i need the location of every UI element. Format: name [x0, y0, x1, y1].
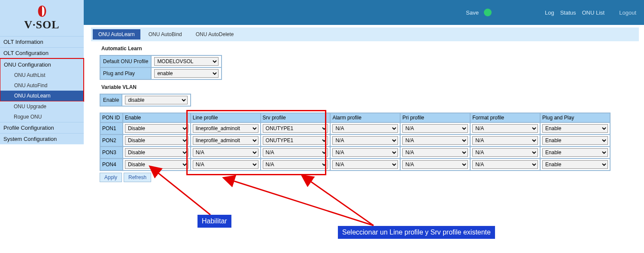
grid-h-enable: Enable	[123, 113, 191, 122]
grid-h-lineprofile: Line profile	[191, 113, 261, 122]
grid-h-ponid: PON ID	[100, 113, 123, 122]
annotation-label-habilitar: Habilitar	[197, 215, 231, 228]
plugplay-select-pon4[interactable]: Enable	[542, 160, 608, 169]
automatic-learn-title: Automatic Learn	[101, 46, 639, 52]
alarmprofile-select-pon1[interactable]: N/A	[332, 124, 398, 133]
logo-icon	[36, 5, 49, 18]
pon-id-cell: PON1	[100, 122, 123, 134]
grid-h-priprofile: Pri profile	[400, 113, 470, 122]
pon-grid: PON ID Enable Line profile Srv profile A…	[100, 113, 611, 171]
onu-list-link[interactable]: ONU List	[582, 9, 605, 16]
enable-select-pon2[interactable]: Disable	[125, 136, 188, 145]
formatprofile-select-pon2[interactable]: N/A	[472, 136, 538, 145]
pon-id-cell: PON4	[100, 159, 123, 171]
plug-and-play-select[interactable]: enable	[154, 69, 219, 78]
vv-enable-label: Enable	[100, 94, 122, 106]
refresh-button[interactable]: Refresh	[124, 173, 151, 182]
table-row: PON2 Disable lineprofile_adminolt ONUTYP…	[100, 134, 610, 146]
srvprofile-select-pon1[interactable]: ONUTYPE1	[263, 124, 328, 133]
lineprofile-select-pon1[interactable]: lineprofile_adminolt	[193, 124, 258, 133]
formatprofile-select-pon3[interactable]: N/A	[472, 148, 538, 157]
action-button-row: Apply Refresh	[100, 173, 639, 182]
sidebar-item-onu-configuration[interactable]: ONU Configuration	[0, 59, 83, 70]
top-header: Save Log Status ONU List Logout	[84, 0, 644, 25]
plugplay-select-pon2[interactable]: Enable	[542, 136, 608, 145]
sidebar-item-onu-autofind[interactable]: ONU AutoFind	[0, 80, 83, 91]
alarmprofile-select-pon2[interactable]: N/A	[332, 136, 398, 145]
lineprofile-select-pon2[interactable]: lineprofile_adminolt	[193, 136, 258, 145]
priprofile-select-pon4[interactable]: N/A	[402, 160, 468, 169]
enable-select-pon1[interactable]: Disable	[125, 124, 188, 133]
sidebar-item-olt-information[interactable]: OLT Information	[0, 36, 84, 47]
enable-select-pon3[interactable]: Disable	[125, 148, 188, 157]
save-indicator[interactable]: Save	[466, 9, 492, 16]
tab-onu-autodelete[interactable]: ONU AutoDelete	[190, 29, 240, 40]
grid-h-alarmprofile: Alarm profile	[330, 113, 400, 122]
priprofile-select-pon1[interactable]: N/A	[402, 124, 468, 133]
logo-text: V·SOL	[24, 18, 59, 31]
save-label: Save	[466, 9, 479, 16]
formatprofile-select-pon4[interactable]: N/A	[472, 160, 538, 169]
alarmprofile-select-pon4[interactable]: N/A	[332, 160, 398, 169]
logout-link[interactable]: Logout	[619, 9, 636, 16]
priprofile-select-pon2[interactable]: N/A	[402, 136, 468, 145]
sidebar-item-rogue-onu[interactable]: Rogue ONU	[0, 112, 84, 122]
default-onu-profile-label: Default ONU Profile	[100, 55, 151, 67]
sidebar-item-onu-upgrade[interactable]: ONU Upgrade	[0, 101, 84, 112]
sidebar-item-olt-configuration[interactable]: OLT Configuration	[0, 47, 84, 58]
table-row: PON1 Disable lineprofile_adminolt ONUTYP…	[100, 122, 610, 134]
grid-h-srvprofile: Srv profile	[261, 113, 331, 122]
variable-vlan-title: Variable VLAN	[101, 84, 639, 90]
lineprofile-select-pon3[interactable]: N/A	[193, 148, 258, 157]
pon-id-cell: PON3	[100, 146, 123, 159]
sidebar-highlight-box: ONU Configuration ONU AuthList ONU AutoF…	[0, 58, 84, 102]
table-row: PON3 Disable N/A N/A N/A N/A N/A Enable	[100, 146, 610, 159]
grid-h-plugandplay: Plug and Play	[540, 113, 610, 122]
log-link[interactable]: Log	[545, 9, 554, 16]
tab-onu-autolearn[interactable]: ONU AutoLearn	[93, 29, 140, 40]
srvprofile-select-pon2[interactable]: ONUTYPE1	[263, 136, 328, 145]
plugplay-select-pon1[interactable]: Enable	[542, 124, 608, 133]
alarmprofile-select-pon3[interactable]: N/A	[332, 148, 398, 157]
apply-button[interactable]: Apply	[100, 173, 122, 182]
logo-area: V·SOL	[0, 0, 84, 36]
pon-id-cell: PON2	[100, 134, 123, 146]
main-content: ONU AutoLearn ONU AutoBind ONU AutoDelet…	[86, 25, 644, 253]
vv-enable-select[interactable]: disable	[125, 96, 188, 104]
tab-onu-autobind[interactable]: ONU AutoBind	[143, 29, 188, 40]
enable-select-pon4[interactable]: Disable	[125, 160, 188, 169]
automatic-learn-table: Default ONU Profile MODELOVSOL Plug and …	[100, 55, 222, 80]
sidebar-item-onu-autolearn[interactable]: ONU AutoLearn	[0, 91, 83, 101]
sidebar: OLT Information OLT Configuration ONU Co…	[0, 36, 84, 144]
lineprofile-select-pon4[interactable]: N/A	[193, 160, 258, 169]
sidebar-item-profile-configuration[interactable]: Profile Configuration	[0, 122, 84, 133]
plugplay-select-pon3[interactable]: Enable	[542, 148, 608, 157]
annotation-label-seleccionar: Seleccionar un Line profile y Srv profil…	[338, 226, 495, 239]
sidebar-item-system-configuration[interactable]: System Configuration	[0, 133, 84, 144]
table-row: PON4 Disable N/A N/A N/A N/A N/A Enable	[100, 159, 610, 171]
formatprofile-select-pon1[interactable]: N/A	[472, 124, 538, 133]
sidebar-item-onu-authlist[interactable]: ONU AuthList	[0, 70, 83, 80]
status-dot-icon	[484, 9, 492, 16]
srvprofile-select-pon3[interactable]: N/A	[263, 148, 328, 157]
plug-and-play-label: Plug and Play	[100, 67, 151, 79]
status-link[interactable]: Status	[560, 9, 576, 16]
srvprofile-select-pon4[interactable]: N/A	[263, 160, 328, 169]
variable-vlan-table: Enable disable	[100, 94, 191, 107]
priprofile-select-pon3[interactable]: N/A	[402, 148, 468, 157]
default-onu-profile-select[interactable]: MODELOVSOL	[154, 57, 219, 66]
tabs-row: ONU AutoLearn ONU AutoBind ONU AutoDelet…	[91, 27, 639, 41]
grid-h-formatprofile: Format profile	[470, 113, 540, 122]
